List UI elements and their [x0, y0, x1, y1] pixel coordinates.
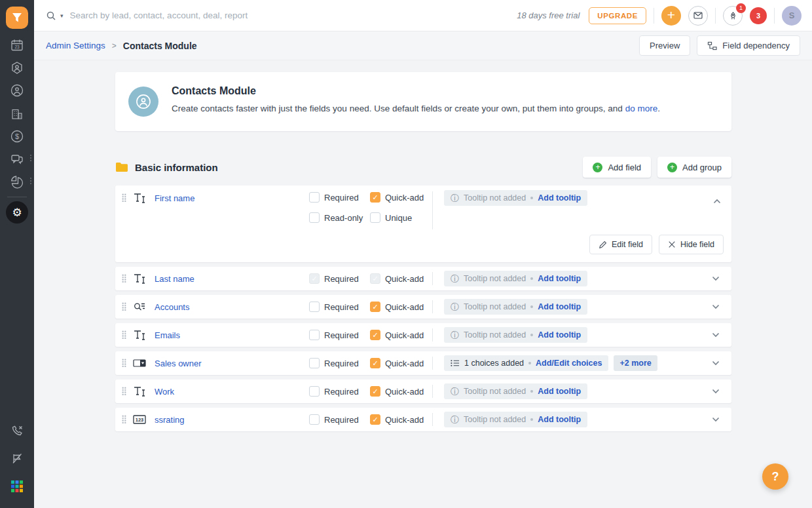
- info-icon: ⓘ: [451, 387, 459, 396]
- add-field-button[interactable]: Add field: [583, 157, 651, 178]
- quick-add-checkbox[interactable]: [370, 330, 380, 340]
- description-suffix: .: [657, 104, 660, 113]
- quick-add-button[interactable]: +: [661, 6, 681, 26]
- unique-checkbox[interactable]: [370, 212, 380, 223]
- required-checkbox[interactable]: [309, 330, 320, 340]
- quick-add-label: Quick-add: [385, 330, 424, 340]
- module-avatar: [128, 87, 158, 117]
- help-button[interactable]: ?: [762, 463, 788, 490]
- avatar[interactable]: S: [782, 6, 802, 26]
- quick-add-label: Quick-add: [385, 302, 424, 312]
- add-tooltip-link[interactable]: Add tooltip: [538, 274, 581, 283]
- field-row-emails: Emails Required Quick-add ⓘTooltip not a…: [115, 323, 731, 347]
- sidebar-item-leads[interactable]: [9, 60, 25, 76]
- required-checkbox[interactable]: [309, 302, 320, 312]
- quick-add-checkbox[interactable]: [370, 386, 380, 397]
- more-choices-badge[interactable]: +2 more: [614, 355, 657, 371]
- drag-handle[interactable]: [122, 274, 132, 283]
- add-tooltip-link[interactable]: Add tooltip: [538, 387, 581, 396]
- whats-new-button[interactable]: 1: [723, 6, 743, 26]
- drag-handle[interactable]: [122, 359, 132, 368]
- field-dependency-button[interactable]: Field dependency: [697, 35, 800, 56]
- field-row-ssrating: 123 ssrating Required Quick-add ⓘTooltip…: [115, 408, 731, 431]
- search-input[interactable]: [70, 10, 352, 20]
- upgrade-button[interactable]: UPGRADE: [589, 7, 646, 24]
- drag-handle[interactable]: [122, 387, 132, 396]
- field-name-link[interactable]: Work: [155, 387, 309, 397]
- required-label: Required: [324, 302, 359, 312]
- tooltip-status-pill: ⓘTooltip not addedAdd tooltip: [444, 383, 587, 399]
- field-name-link[interactable]: Last name: [155, 274, 309, 284]
- expand-chevron[interactable]: [709, 302, 722, 312]
- required-label: Required: [324, 359, 359, 368]
- required-checkbox[interactable]: [309, 386, 320, 397]
- edit-field-button[interactable]: Edit field: [589, 235, 652, 254]
- field-row-last-name: Last name Required Quick-add ⓘTooltip no…: [115, 267, 731, 290]
- do-more-link[interactable]: do more: [625, 104, 658, 113]
- search-scope-caret[interactable]: ▾: [60, 12, 64, 19]
- required-label: Required: [324, 330, 359, 340]
- email-button[interactable]: [688, 6, 708, 26]
- quick-add-checkbox[interactable]: [370, 414, 380, 425]
- quick-add-checkbox[interactable]: [370, 192, 380, 203]
- alerts-count-button[interactable]: 3: [750, 7, 767, 24]
- quick-add-checkbox[interactable]: [370, 302, 380, 312]
- sidebar-item-conversations[interactable]: [9, 151, 25, 167]
- preview-button[interactable]: Preview: [639, 35, 690, 56]
- read-only-checkbox[interactable]: [309, 212, 320, 223]
- field-name-link[interactable]: Emails: [155, 330, 309, 340]
- sidebar-item-deals[interactable]: $: [9, 128, 25, 144]
- required-checkbox[interactable]: [309, 358, 320, 368]
- expand-chevron[interactable]: [709, 330, 722, 340]
- expand-chevron[interactable]: [709, 414, 722, 425]
- sidebar-item-contacts[interactable]: [9, 83, 25, 98]
- add-field-label: Add field: [608, 163, 641, 172]
- folder-icon: [115, 162, 128, 172]
- collapse-chevron[interactable]: [710, 192, 724, 209]
- row-divider: [432, 413, 433, 426]
- expand-chevron[interactable]: [709, 273, 722, 284]
- field-dependency-label: Field dependency: [722, 41, 790, 50]
- add-tooltip-link[interactable]: Add tooltip: [538, 330, 581, 340]
- expand-chevron[interactable]: [709, 386, 722, 397]
- app-switcher[interactable]: [9, 479, 25, 494]
- hide-field-button[interactable]: Hide field: [659, 235, 724, 254]
- tooltip-status-pill: ⓘTooltip not addedAdd tooltip: [444, 299, 587, 315]
- sidebar-item-phone[interactable]: [9, 423, 25, 439]
- module-title: Contacts Module: [172, 85, 256, 97]
- add-edit-choices-link[interactable]: Add/Edit choices: [536, 359, 602, 368]
- required-checkbox[interactable]: [309, 414, 320, 425]
- expand-chevron[interactable]: [709, 358, 722, 368]
- search-icon[interactable]: [46, 10, 56, 21]
- sidebar-item-announcements[interactable]: [9, 450, 25, 466]
- dot-separator: [530, 418, 533, 421]
- sidebar-item-settings-active[interactable]: ⚙: [6, 201, 28, 224]
- drag-handle[interactable]: [122, 302, 132, 311]
- field-name-link[interactable]: First name: [155, 193, 194, 203]
- required-checkbox[interactable]: [309, 192, 320, 203]
- add-tooltip-link[interactable]: Add tooltip: [538, 193, 581, 203]
- drag-handle[interactable]: [122, 193, 126, 205]
- field-row-sales-owner: Sales owner Required Quick-add 1 choices…: [115, 351, 731, 375]
- add-group-button[interactable]: Add group: [657, 157, 731, 178]
- drag-handle[interactable]: [122, 415, 132, 424]
- row-divider: [432, 357, 433, 370]
- sidebar-item-accounts[interactable]: [9, 106, 25, 122]
- sidebar-item-analytics[interactable]: [9, 174, 25, 190]
- quick-add-label: Quick-add: [385, 193, 424, 203]
- updates-badge: 1: [736, 3, 746, 13]
- field-name-link[interactable]: Accounts: [155, 302, 309, 312]
- topbar-divider: [654, 8, 654, 24]
- contact-person-icon: [135, 93, 152, 110]
- sidebar-item-calendar[interactable]: 23: [9, 37, 25, 53]
- quick-add-checkbox[interactable]: [370, 358, 380, 368]
- choices-list-icon: [451, 359, 460, 367]
- field-name-link[interactable]: Sales owner: [155, 359, 309, 368]
- envelope-icon: [693, 12, 703, 19]
- field-name-link[interactable]: ssrating: [155, 415, 309, 425]
- freshsales-logo[interactable]: [6, 7, 28, 29]
- breadcrumb-admin-settings[interactable]: Admin Settings: [46, 41, 105, 50]
- drag-handle[interactable]: [122, 330, 132, 340]
- add-tooltip-link[interactable]: Add tooltip: [538, 415, 581, 424]
- add-tooltip-link[interactable]: Add tooltip: [538, 302, 581, 311]
